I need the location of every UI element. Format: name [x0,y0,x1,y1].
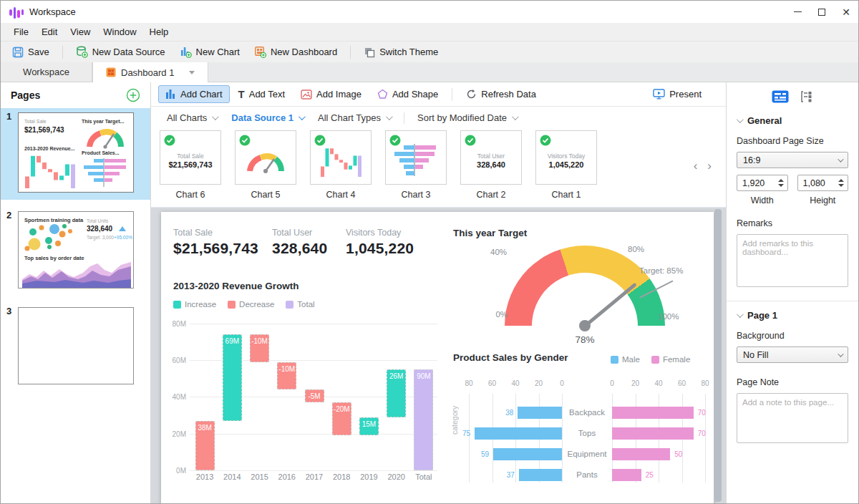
background-select[interactable]: No Fill [737,346,848,363]
filter-all-charts[interactable]: All Charts [162,112,221,123]
tab-menu-chevron-icon[interactable] [189,71,195,74]
tab-workspace[interactable]: Workspace [1,62,92,82]
waterfall-bar-label: 69M [223,337,241,345]
waterfall-chart[interactable]: 0M20M40M60M80M38M201369M2014-10M2015-10M… [167,318,437,490]
page-note-textarea[interactable] [737,393,848,443]
page-thumbnail-1[interactable]: 1 Total Sale $21,569,743 This year Targe… [1,108,150,200]
refresh-data-button[interactable]: Refresh Data [459,85,543,103]
chart-card-preview[interactable]: Visitors Today 1,045,220 [535,130,597,185]
toolbar-separator [62,46,63,59]
card-name: Chart 6 [160,190,221,200]
chart-card-1[interactable]: Visitors Today 1,045,220 Chart 1 [535,130,597,200]
gauge-chart[interactable]: This year Target 0% 40% 80% 100% 78% Tar… [447,225,714,348]
prev-cards-button[interactable]: ‹ [694,159,698,173]
pages-header: Pages [1,82,150,108]
chart-card-preview[interactable]: Total User 328,640 [460,130,522,185]
new-data-source-button[interactable]: New Data Source [70,44,171,60]
maximize-button[interactable] [810,1,834,23]
height-input[interactable] [803,178,835,188]
add-page-button[interactable] [126,88,140,102]
menu-file[interactable]: File [8,24,34,39]
spin-up-icon [838,179,844,182]
chart-card-3[interactable]: Chart 3 [385,130,447,200]
butterfly-category-label: Tops [562,429,612,437]
mini-butterfly-chart [80,157,130,190]
menu-bar: File Edit View Window Help [1,23,858,41]
switch-theme-button[interactable]: Switch Theme [358,44,444,60]
card-name: Chart 2 [460,190,522,200]
dashboard-page[interactable]: Total Sale $21,569,743 Total User 328,64… [161,212,714,503]
card-kpi-value: 1,045,220 [536,160,596,169]
kpi-visitors-today[interactable]: Visitors Today 1,045,220 [346,228,414,257]
chart-card-preview[interactable] [235,130,296,185]
add-shape-button[interactable]: Add Shape [370,85,445,103]
gauge-target-label: Target: 85% [639,266,683,275]
save-button[interactable]: Save [6,44,55,60]
page-section-header[interactable]: Page 1 [737,310,848,321]
present-button[interactable]: Present [646,85,709,103]
chart-card-6[interactable]: Total Sale $21,569,743 Chart 6 [160,130,221,200]
dashboard-tab-icon [106,67,116,77]
butterfly-chart[interactable]: Product Sales by Gender Male Female cate… [447,352,714,503]
add-image-button[interactable]: Add Image [293,85,369,103]
dashboard-canvas: Total Sale $21,569,743 Total User 328,64… [151,208,726,503]
menu-edit[interactable]: Edit [36,24,63,39]
page-size-select[interactable]: 16:9 [737,152,848,168]
chevron-down-icon [838,156,843,162]
chart-card-5[interactable]: Chart 5 [235,130,296,200]
kpi-total-sale[interactable]: Total Sale $21,569,743 [173,228,258,257]
gallery-filterbar: All Charts Data Source 1 All Chart Types… [151,107,726,129]
chart-card-2[interactable]: Total User 328,640 Chart 2 [460,130,522,200]
minimize-button[interactable] [785,1,810,23]
chart-card-preview[interactable]: Total Sale $21,569,743 [160,130,221,185]
chart-card-preview[interactable] [385,130,447,185]
mini-units-value: 328,640 [87,225,112,233]
add-text-button[interactable]: T Add Text [231,85,293,103]
menu-view[interactable]: View [64,24,96,39]
width-input[interactable] [742,178,774,188]
filter-all-charts-label: All Charts [167,112,207,123]
legend-increase: Increase [173,300,216,309]
add-chart-button[interactable]: Add Chart [158,85,230,103]
structure-view-icon[interactable] [800,90,813,103]
collapse-chevron-icon [737,311,744,318]
close-button[interactable]: ✕ [834,1,858,23]
remarks-textarea[interactable] [737,234,848,287]
waterfall-xtick: Total [410,472,437,481]
general-section-header[interactable]: General [737,115,848,126]
filter-data-source[interactable]: Data Source 1 [227,112,308,123]
legend-swatch [651,356,659,364]
kpi-total-user[interactable]: Total User 328,640 [272,228,327,257]
general-section-title: General [747,115,782,126]
height-input-box [797,175,849,191]
gauge-tick-40: 40% [490,248,507,256]
waterfall-bar: -10M [277,362,296,389]
legend-swatch [611,356,618,364]
width-spinner[interactable] [778,179,784,187]
next-cards-button[interactable]: › [707,159,712,173]
chart-card-preview[interactable] [310,130,372,185]
page-thumbnail-3[interactable]: 3 [1,303,150,392]
menu-window[interactable]: Window [97,24,142,39]
filter-sort[interactable]: Sort by Modified Date [413,112,521,123]
menu-help[interactable]: Help [144,24,175,39]
legend-label: Male [622,355,640,364]
waterfall-gridline [190,470,437,471]
page-2-thumb: Sportmen training data Total Units 328,6… [18,211,134,289]
page-thumbnail-2[interactable]: 2 Sportmen training data Total Units 328… [1,207,150,296]
add-chart-icon [165,89,176,100]
legend-male: Male [611,355,640,364]
tab-dashboard-1[interactable]: Dashboard 1 [92,62,208,82]
mini-target-label: Target: 3,000 [87,235,114,240]
chevron-down-icon [838,351,843,357]
new-chart-button[interactable]: New Chart [174,44,246,60]
new-dashboard-button[interactable]: New Dashboard [248,44,343,60]
canvas-scrollbar[interactable] [714,209,722,502]
height-spinner[interactable] [838,179,844,187]
app-logo-icon [9,6,24,19]
properties-view-icon[interactable] [772,90,789,103]
width-label: Width [737,195,788,205]
add-text-icon: T [238,89,245,100]
filter-chart-types[interactable]: All Chart Types [314,112,395,123]
chart-card-4[interactable]: Chart 4 [310,130,372,200]
